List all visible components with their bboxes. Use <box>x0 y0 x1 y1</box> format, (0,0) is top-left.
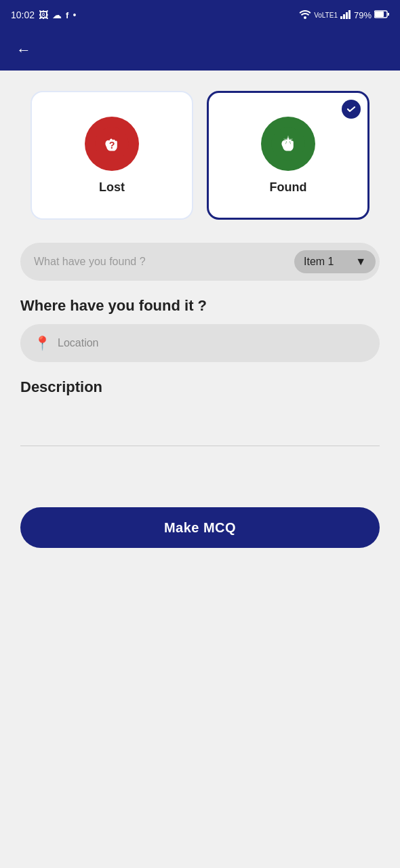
status-right: VoLTE1 79% <box>299 9 389 21</box>
lost-label: Lost <box>99 180 125 195</box>
battery-icon <box>374 10 389 20</box>
location-placeholder-text: Location <box>58 337 99 349</box>
found-dropdown-placeholder: What have you found ? <box>34 256 294 268</box>
svg-rect-1 <box>340 16 342 19</box>
make-mcq-button[interactable]: Make MCQ <box>20 507 380 548</box>
volte-icon: VoLTE1 <box>314 12 338 19</box>
location-pin-icon: 📍 <box>34 335 51 351</box>
svg-rect-3 <box>346 12 348 19</box>
app-header: ← <box>0 30 400 71</box>
svg-rect-6 <box>375 12 384 17</box>
svg-text:?: ? <box>109 139 115 150</box>
found-card[interactable]: Found <box>207 91 369 220</box>
time-display: 10:02 <box>11 9 35 20</box>
item-type-select[interactable]: Item 1 ▼ <box>294 250 376 273</box>
description-title: Description <box>20 378 380 396</box>
status-bar: 10:02 🖼 ☁ f • VoLTE1 79% <box>0 0 400 30</box>
status-left: 10:02 🖼 ☁ f • <box>11 9 76 20</box>
signal-icon <box>340 9 351 21</box>
image-icon: 🖼 <box>39 9 48 20</box>
lost-icon: ? <box>85 117 139 171</box>
battery-display: 79% <box>354 10 372 20</box>
svg-rect-7 <box>388 13 389 16</box>
dropdown-arrow-icon: ▼ <box>355 256 366 268</box>
selected-badge <box>342 100 361 119</box>
item-type-dropdown-row[interactable]: What have you found ? Item 1 ▼ <box>20 243 380 281</box>
svg-point-0 <box>304 16 306 19</box>
description-input[interactable] <box>20 406 380 446</box>
facebook-icon: f <box>66 10 68 20</box>
svg-rect-2 <box>343 14 345 19</box>
dot-icon: • <box>73 9 76 20</box>
found-icon-circle <box>261 117 315 171</box>
found-label: Found <box>270 180 307 195</box>
location-section-title: Where have you found it ? <box>20 297 380 315</box>
selected-item-value: Item 1 <box>304 256 334 268</box>
back-button[interactable]: ← <box>11 36 37 64</box>
location-input-field[interactable]: 📍 Location <box>20 324 380 362</box>
type-selection-row: ? Lost <box>20 91 380 220</box>
main-content: ? Lost <box>0 71 400 589</box>
lost-card[interactable]: ? Lost <box>31 91 193 220</box>
description-section: Description <box>20 378 380 446</box>
svg-rect-4 <box>348 10 351 19</box>
wifi-icon <box>299 9 311 21</box>
cloud-icon: ☁ <box>52 9 62 20</box>
